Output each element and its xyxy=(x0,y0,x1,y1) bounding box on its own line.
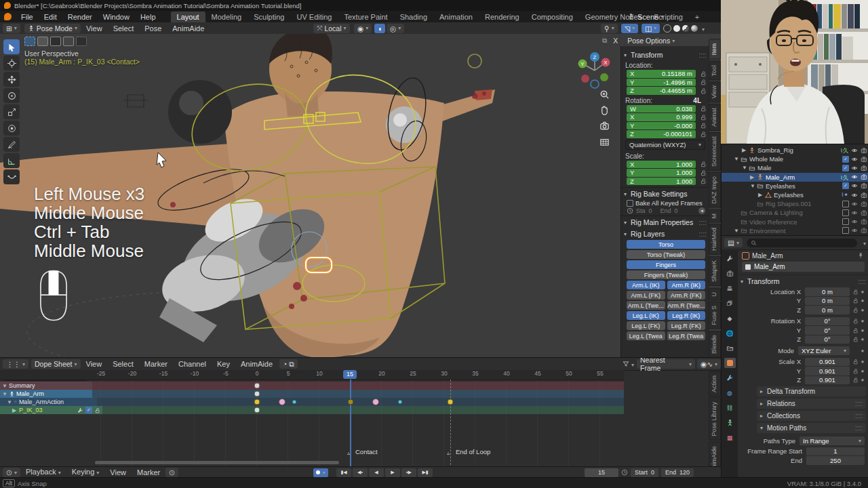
channel-row-summary[interactable] xyxy=(0,382,624,390)
workspace-tab-uv-editing[interactable]: UV Editing xyxy=(290,12,338,22)
scene-selector[interactable]: Scene xyxy=(627,13,663,21)
filter-funnel-icon[interactable] xyxy=(623,361,629,367)
timeline-menu-marker[interactable]: Marker xyxy=(132,467,165,478)
tab-texture-icon[interactable]: ▦ xyxy=(724,432,736,443)
prop-frame-range-end[interactable]: End250 xyxy=(738,456,865,465)
render-visibility-icon[interactable] xyxy=(861,147,867,154)
play-button[interactable]: ▶ xyxy=(385,468,400,477)
props-transform-header[interactable]: ▾Transform:::: xyxy=(738,274,868,287)
lock-icon[interactable] xyxy=(852,307,859,313)
lock-icon[interactable] xyxy=(700,87,707,94)
scale-x-field[interactable]: X1.000 xyxy=(627,161,709,169)
auto-key-record-button[interactable] xyxy=(313,468,328,477)
rig-layer-leg-l-ik[interactable]: Leg.L (IK) xyxy=(627,311,665,320)
dope-menu-animaide[interactable]: AnimAide xyxy=(235,359,278,369)
lock-icon[interactable] xyxy=(852,318,859,324)
hide-icon[interactable] xyxy=(851,192,858,199)
bake-start-field[interactable]: Sta 0 xyxy=(636,207,652,214)
collection-checkbox[interactable] xyxy=(842,218,849,225)
lock-icon[interactable] xyxy=(700,105,707,112)
play-reverse-button[interactable]: ◀ xyxy=(369,468,384,477)
vp-menu-animaide[interactable]: AnimAide xyxy=(167,23,210,34)
navigation-gizmo[interactable]: Z Y X xyxy=(573,49,616,92)
outliner-row-male-arm[interactable]: ▶ Male_Arm ⌇久 xyxy=(722,173,868,182)
workspace-tab-layout[interactable]: Layout xyxy=(171,12,205,22)
tool-scale[interactable] xyxy=(3,104,20,119)
shading-material-icon[interactable] xyxy=(682,25,689,32)
lock-icon[interactable] xyxy=(700,70,707,77)
dope-menu-view[interactable]: View xyxy=(81,359,108,369)
outliner-row-environment[interactable]: ▼ Environment xyxy=(722,226,868,235)
menu-help[interactable]: Help xyxy=(135,12,161,22)
tool-curve-extra[interactable] xyxy=(3,169,20,184)
channel-p-ik-03[interactable]: ▶P_IK_03 ✓ xyxy=(0,406,102,414)
sidebar-tab-shapek[interactable]: ShapeK xyxy=(709,256,721,286)
frame-end-field[interactable]: End 120 xyxy=(661,468,694,477)
lock-icon[interactable] xyxy=(700,122,707,129)
sidebar-tab-m[interactable]: M xyxy=(709,209,721,223)
marker-end-of-loop[interactable]: End of Loop xyxy=(456,448,490,455)
render-visibility-icon[interactable] xyxy=(861,201,867,207)
camera-view-icon[interactable] xyxy=(599,121,610,131)
dope-menu-marker[interactable]: Marker xyxy=(139,359,173,369)
lock-icon[interactable] xyxy=(700,169,707,176)
rig-layer-arm-l-tweak[interactable]: Arm.L (Twe... xyxy=(627,301,665,310)
rig-main-properties-header[interactable]: ▾Rig Main Properties:::: xyxy=(621,216,709,228)
sidebar-tab-hairmod[interactable]: HairMod xyxy=(709,224,721,255)
object-name-field[interactable]: Male_Arm xyxy=(742,262,865,272)
tab-world-icon[interactable]: 🌐 xyxy=(724,328,736,338)
timeline-clock-toggle[interactable] xyxy=(165,468,178,477)
render-visibility-icon[interactable] xyxy=(861,218,867,225)
location-y-field[interactable]: Y-1.4996 m xyxy=(627,79,709,87)
lock-icon[interactable] xyxy=(700,131,707,138)
dope-tab-pose-library[interactable]: Pose Library xyxy=(709,398,721,441)
prop-location-x[interactable]: Location X0 m● xyxy=(738,287,865,296)
sidebar-tab-daz[interactable]: DAZ Impo xyxy=(709,172,721,208)
sidebar-tab-tool[interactable]: Tool xyxy=(709,61,721,81)
workspace-tab-shading[interactable]: Shading xyxy=(394,12,433,22)
rig-bake-panel-header[interactable]: ▾Rig Bake Settings xyxy=(621,187,709,199)
scale-z-field[interactable]: Z1.000 xyxy=(627,178,709,186)
lock-icon[interactable] xyxy=(700,161,707,167)
prop-frame-range-start[interactable]: Frame Range Start1 xyxy=(738,447,865,456)
sidebar-tab-view[interactable]: View xyxy=(709,81,721,102)
vp-menu-select[interactable]: Select xyxy=(108,23,140,34)
workspace-tab-texture-paint[interactable]: Texture Paint xyxy=(338,12,393,22)
panel-motion-paths[interactable]: ▾Motion Paths:::: xyxy=(757,423,866,433)
overlays-dropdown[interactable]: ◹ xyxy=(621,24,638,33)
sidebar-tab-u[interactable]: U xyxy=(709,288,721,301)
lock-icon[interactable] xyxy=(852,289,859,295)
dope-tab-animaide[interactable]: AnimAide xyxy=(709,442,721,467)
timeline-ruler[interactable]: -25-20 -15-10 -50 510 2025 3035 4045 505… xyxy=(0,370,624,380)
workspace-tab-add[interactable]: + xyxy=(689,12,705,22)
dope-menu-select[interactable]: Select xyxy=(107,359,139,369)
prop-location-z[interactable]: Z0 m● xyxy=(738,306,865,314)
render-visibility-icon[interactable] xyxy=(861,165,867,171)
tool-move[interactable] xyxy=(3,72,20,87)
timeline-editor-type[interactable] xyxy=(3,468,20,477)
transform-orientation-dropdown[interactable]: ⤧ Local xyxy=(313,24,350,33)
rig-layer-arm-r-fk[interactable]: Arm.R (FK) xyxy=(667,291,706,300)
dope-menu-channel[interactable]: Channel xyxy=(173,359,212,369)
menu-window[interactable]: Window xyxy=(98,12,135,22)
tab-tool-icon[interactable] xyxy=(724,253,736,264)
collection-checkbox[interactable]: ✓ xyxy=(842,165,849,171)
marker-triangle-icon[interactable]: ▵ xyxy=(447,450,450,456)
collection-checkbox[interactable]: ✓ xyxy=(842,156,849,163)
prop-scale-y[interactable]: Y0.901● xyxy=(738,367,865,375)
prop-scale-x[interactable]: Scale X0.901● xyxy=(738,358,865,367)
marker-triangle-icon[interactable]: ▵ xyxy=(347,450,350,456)
tab-object-icon[interactable] xyxy=(724,358,736,368)
workspace-tab-rendering[interactable]: Rendering xyxy=(479,12,526,22)
prop-rotation-z[interactable]: Z0°● xyxy=(738,336,865,344)
jump-to-end-button[interactable]: ▶▮ xyxy=(418,468,433,477)
pivot-point-dropdown[interactable]: ◉ xyxy=(354,24,372,33)
clock-icon[interactable] xyxy=(627,207,633,214)
collection-checkbox[interactable] xyxy=(842,227,849,234)
render-visibility-icon[interactable] xyxy=(861,209,867,216)
dope-tab-action[interactable]: Action xyxy=(709,371,721,396)
rig-layer-arm-r-ik[interactable]: Arm.R (IK) xyxy=(667,281,706,289)
hide-icon[interactable] xyxy=(851,218,858,225)
tool-annotate[interactable] xyxy=(3,137,20,152)
proportional-key-icon[interactable]: ◉∿ xyxy=(697,359,721,369)
